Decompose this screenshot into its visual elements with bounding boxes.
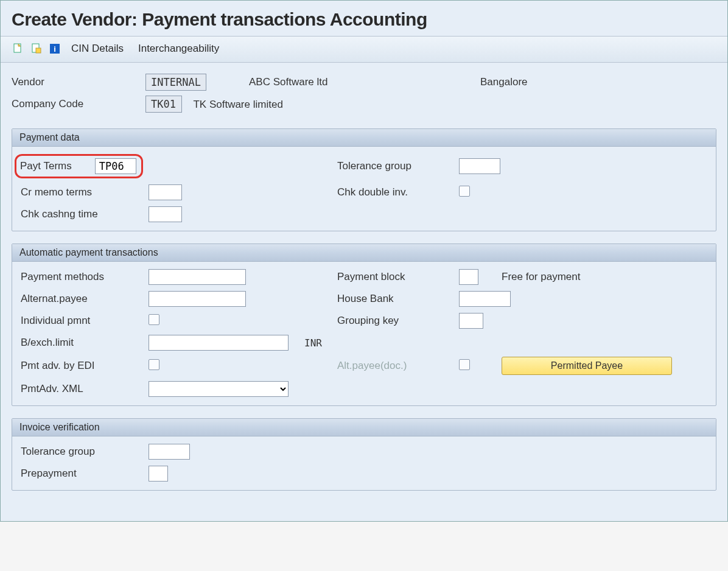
individual-pmnt-checkbox[interactable] — [149, 314, 159, 325]
pmt-adv-edi-checkbox[interactable] — [149, 359, 159, 370]
pmtadv-xml-label: PmtAdv. XML — [21, 383, 149, 395]
invoice-verification-body: Tolerance group Prepayment — [12, 436, 716, 490]
chk-cashng-label: Chk cashng time — [21, 208, 149, 220]
svg-text:i: i — [54, 44, 56, 54]
doc-open-icon[interactable] — [30, 42, 43, 55]
invoice-verification-group: Invoice verification Tolerance group Pre… — [12, 418, 716, 491]
payment-data-body: Payt Terms Tolerance group Cr memo terms… — [12, 147, 716, 231]
payt-terms-input[interactable] — [95, 158, 136, 174]
cin-details-button[interactable]: CIN Details — [66, 41, 128, 56]
house-bank-label: House Bank — [337, 293, 459, 305]
bexch-currency: INR — [304, 337, 337, 349]
pmt-adv-edi-label: Pmt adv. by EDI — [21, 360, 149, 372]
cr-memo-input[interactable] — [149, 184, 182, 200]
grouping-key-input[interactable] — [459, 313, 483, 329]
bexch-limit-label: B/exch.limit — [21, 337, 149, 349]
chk-double-checkbox[interactable] — [459, 186, 470, 197]
pmtadv-xml-select[interactable] — [149, 381, 289, 397]
doc-new-icon[interactable] — [12, 42, 25, 55]
vendor-code: INTERNAL — [145, 74, 206, 91]
page-title: Create Vendor: Payment transactions Acco… — [12, 9, 716, 30]
prepayment-input[interactable] — [149, 466, 168, 482]
sap-window: Create Vendor: Payment transactions Acco… — [0, 0, 728, 522]
house-bank-input[interactable] — [459, 291, 511, 307]
chk-double-label: Chk double inv. — [337, 186, 459, 198]
auto-payment-body: Payment methods Payment block Free for p… — [12, 262, 716, 405]
permitted-payee-button[interactable]: Permitted Payee — [502, 357, 672, 375]
company-code-label: Company Code — [12, 98, 145, 110]
auto-payment-title: Automatic payment transactions — [12, 244, 716, 262]
alt-payee-doc-label: Alt.payee(doc.) — [337, 360, 459, 372]
chk-cashng-input[interactable] — [149, 206, 182, 222]
cr-memo-label: Cr memo terms — [21, 186, 149, 198]
company-code: TK01 — [145, 96, 182, 113]
payment-block-input[interactable] — [459, 269, 478, 285]
bexch-limit-input[interactable] — [149, 335, 289, 351]
iv-tolerance-group-label: Tolerance group — [21, 446, 149, 458]
alternat-payee-input[interactable] — [149, 291, 246, 307]
toolbar: i CIN Details Interchangeability — [1, 37, 727, 63]
vendor-label: Vendor — [12, 76, 145, 88]
info-icon[interactable]: i — [48, 42, 61, 55]
iv-tolerance-group-input[interactable] — [149, 444, 190, 460]
payment-methods-input[interactable] — [149, 269, 246, 285]
grouping-key-label: Grouping key — [337, 315, 459, 327]
alt-payee-doc-checkbox[interactable] — [459, 359, 470, 370]
company-name: TK Software limited — [193, 99, 282, 110]
header-block: Vendor INTERNAL ABC Software ltd Bangalo… — [12, 74, 716, 113]
payment-methods-label: Payment methods — [21, 271, 149, 283]
tolerance-group-input[interactable] — [459, 158, 500, 174]
vendor-city: Bangalore — [480, 76, 716, 88]
payment-data-group: Payment data Payt Terms Tolerance group … — [12, 128, 716, 231]
vendor-name: ABC Software ltd — [249, 76, 480, 88]
svg-rect-3 — [36, 48, 41, 53]
payment-block-text: Free for payment — [502, 271, 707, 283]
payment-data-title: Payment data — [12, 129, 716, 147]
titlebar: Create Vendor: Payment transactions Acco… — [1, 1, 727, 37]
tolerance-group-label: Tolerance group — [337, 160, 459, 172]
alternat-payee-label: Alternat.payee — [21, 293, 149, 305]
payment-block-label: Payment block — [337, 271, 459, 283]
payt-terms-label: Payt Terms — [20, 160, 72, 172]
interchangeability-button[interactable]: Interchangeability — [133, 41, 224, 56]
auto-payment-group: Automatic payment transactions Payment m… — [12, 243, 716, 406]
content-area: Vendor INTERNAL ABC Software ltd Bangalo… — [1, 63, 727, 521]
individual-pmnt-label: Individual pmnt — [21, 315, 149, 327]
highlight-payt-terms: Payt Terms — [15, 154, 143, 178]
invoice-verification-title: Invoice verification — [12, 419, 716, 436]
prepayment-label: Prepayment — [21, 468, 149, 480]
